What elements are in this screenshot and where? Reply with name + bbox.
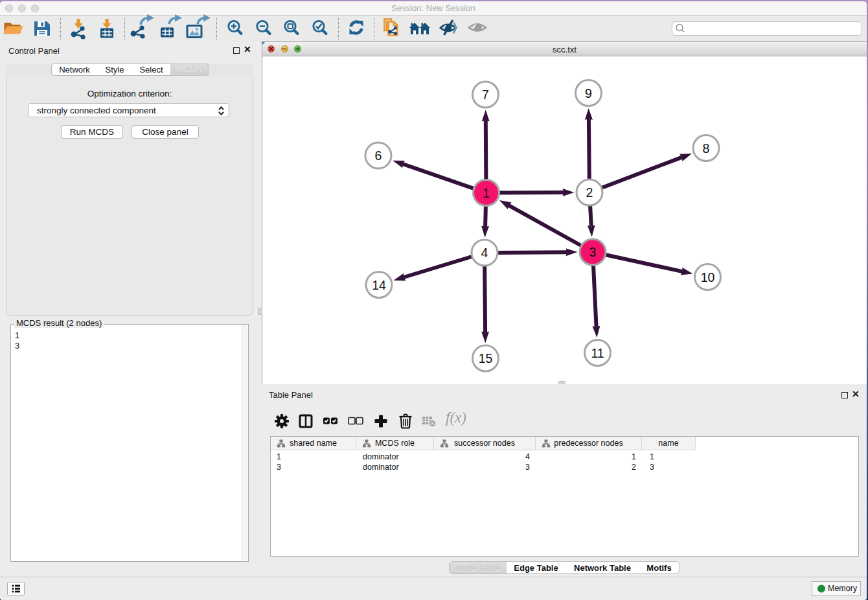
svg-text:7: 7	[482, 87, 489, 102]
svg-text:1: 1	[483, 186, 490, 200]
svg-text:11: 11	[591, 346, 604, 360]
svg-text:4: 4	[481, 246, 488, 260]
svg-text:14: 14	[372, 278, 386, 292]
svg-text:8: 8	[703, 141, 710, 156]
svg-text:3: 3	[589, 245, 597, 259]
svg-text:6: 6	[375, 148, 382, 163]
svg-text:10: 10	[701, 270, 715, 284]
svg-text:15: 15	[479, 351, 493, 365]
svg-text:9: 9	[585, 86, 592, 100]
svg-text:2: 2	[586, 185, 593, 200]
